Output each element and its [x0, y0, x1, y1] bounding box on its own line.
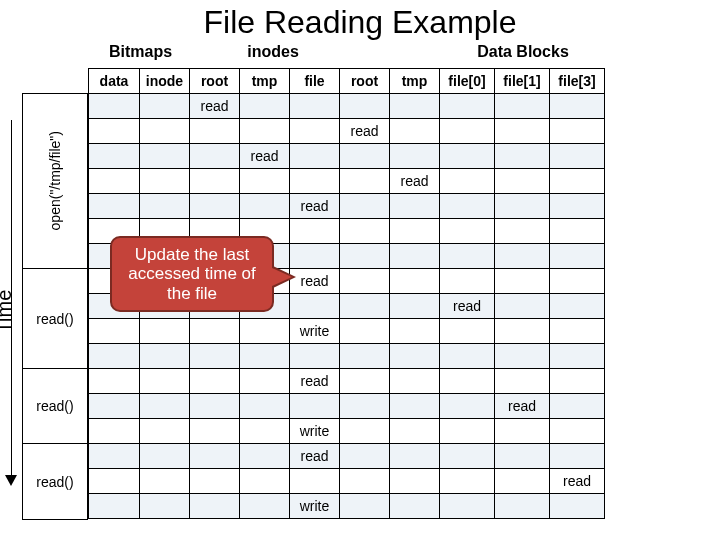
column-group-headers: Bitmaps inodes Data Blocks	[88, 43, 720, 61]
op-cell: read	[240, 144, 290, 169]
row-label-read3: read()	[22, 444, 88, 520]
table-row: read	[89, 194, 605, 219]
callout-pointer-icon	[272, 268, 292, 286]
group-inodes: inodes	[193, 43, 353, 61]
table-row: write	[89, 494, 605, 519]
callout-annotation: Update the last accessed time of the fil…	[110, 236, 274, 312]
table-row: read	[89, 444, 605, 469]
col-data-file1: file[1]	[495, 69, 550, 94]
arrow-down-icon	[5, 475, 17, 486]
op-cell: read	[290, 444, 340, 469]
row-label-read1: read()	[22, 269, 88, 369]
table-row: read	[89, 469, 605, 494]
time-axis-line	[11, 120, 12, 475]
row-label-read2: read()	[22, 369, 88, 444]
table-row: read	[89, 94, 605, 119]
slide-title: File Reading Example	[0, 0, 720, 43]
group-datablocks: Data Blocks	[353, 43, 693, 61]
op-cell: read	[390, 169, 440, 194]
table-row	[89, 344, 605, 369]
col-data-tmp: tmp	[390, 69, 440, 94]
time-axis-label: Time	[0, 290, 16, 334]
row-label-open: open("/tmp/file")	[22, 93, 88, 269]
group-bitmaps: Bitmaps	[88, 43, 193, 61]
op-cell: read	[190, 94, 240, 119]
op-cell: read	[290, 369, 340, 394]
col-data-file3: file[3]	[550, 69, 605, 94]
time-axis: Time	[1, 120, 21, 500]
op-cell: write	[290, 419, 340, 444]
row-labels: open("/tmp/file") read() read() read()	[22, 68, 88, 520]
col-inode-root: root	[190, 69, 240, 94]
table-row: write	[89, 319, 605, 344]
table-header-row: data inode root tmp file root tmp file[0…	[89, 69, 605, 94]
col-data: data	[89, 69, 140, 94]
col-data-file0: file[0]	[440, 69, 495, 94]
table-row: read	[89, 119, 605, 144]
table-row: read	[89, 394, 605, 419]
op-cell: read	[550, 469, 605, 494]
op-cell: read	[440, 294, 495, 319]
op-cell: read	[340, 119, 390, 144]
op-cell: read	[290, 194, 340, 219]
op-cell: write	[290, 319, 340, 344]
row-label-spacer	[22, 68, 88, 93]
col-inode-tmp: tmp	[240, 69, 290, 94]
table-row: read	[89, 369, 605, 394]
table-row: read	[89, 144, 605, 169]
op-cell: read	[290, 269, 340, 294]
table-row: write	[89, 419, 605, 444]
table-row: read	[89, 169, 605, 194]
col-inode-file: file	[290, 69, 340, 94]
col-inode: inode	[140, 69, 190, 94]
op-cell: read	[495, 394, 550, 419]
col-data-root: root	[340, 69, 390, 94]
op-cell: write	[290, 494, 340, 519]
